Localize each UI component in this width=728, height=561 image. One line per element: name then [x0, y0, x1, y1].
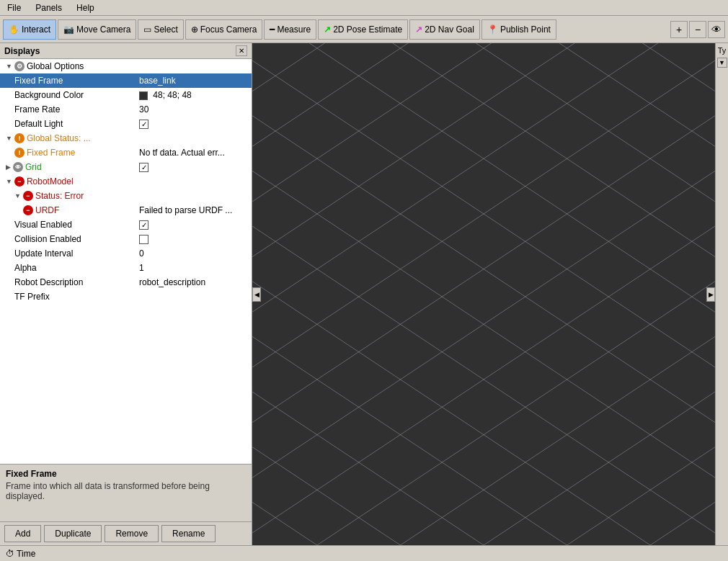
robot-description-value: robot_description: [136, 277, 252, 287]
tree-row-status-error[interactable]: ▼ − Status: Error: [0, 189, 252, 203]
global-options-label: Global Options: [27, 61, 252, 71]
select-label: Select: [154, 24, 177, 35]
alpha-value: 1: [136, 263, 252, 273]
grid-checkbox[interactable]: ✓: [139, 163, 148, 172]
info-title: Fixed Frame: [6, 469, 246, 479]
urdf-label: URDF: [35, 205, 136, 215]
duplicate-button[interactable]: Duplicate: [44, 525, 102, 542]
publish-point-button[interactable]: 📍 Publish Point: [481, 19, 556, 40]
pose-icon: ↗: [324, 24, 331, 35]
remove-button[interactable]: Remove: [105, 525, 159, 542]
tree-row-default-light[interactable]: Default Light ✓: [0, 117, 252, 131]
interact-button[interactable]: ✋ Interact: [3, 19, 56, 40]
collision-enabled-label: Collision Enabled: [14, 234, 136, 244]
measure-label: Measure: [277, 24, 311, 35]
tree-row-robot-description[interactable]: Robot Description robot_description: [0, 275, 252, 290]
displays-header: Displays ✕: [0, 43, 252, 59]
tree-row-fixed-frame[interactable]: Fixed Frame base_link: [0, 73, 252, 88]
warning-icon-global-status: !: [14, 133, 25, 143]
status-time-label: ⏱ Time: [6, 549, 35, 559]
gear-icon-global-options: ⚙: [14, 61, 25, 71]
menu-bar: File Panels Help: [0, 0, 728, 16]
select-button[interactable]: ▭ Select: [138, 19, 183, 40]
displays-close-button[interactable]: ✕: [236, 45, 247, 56]
status-bar: ⏱ Time: [0, 545, 728, 561]
default-light-checkbox[interactable]: ✓: [139, 120, 148, 129]
nav-icon: ↗: [415, 24, 422, 35]
add-button[interactable]: Add: [4, 525, 41, 542]
view-button[interactable]: 👁: [708, 21, 725, 38]
eye-icon-grid: 👁: [13, 162, 23, 172]
zoom-in-button[interactable]: +: [670, 21, 688, 38]
move-camera-label: Move Camera: [76, 24, 130, 35]
info-text: Frame into which all data is transformed…: [6, 481, 246, 501]
rename-button[interactable]: Rename: [161, 525, 216, 542]
expand-arrow-grid: ▶: [6, 163, 11, 171]
robot-description-label: Robot Description: [14, 277, 136, 287]
viewport[interactable]: [252, 43, 715, 545]
2d-pose-button[interactable]: ↗ 2D Pose Estimate: [318, 19, 408, 40]
2d-nav-button[interactable]: ↗ 2D Nav Goal: [409, 19, 480, 40]
select-icon: ▭: [143, 24, 151, 35]
grid-canvas: [252, 43, 715, 545]
toolbar: ✋ Interact 📷 Move Camera ▭ Select ⊕ Focu…: [0, 16, 728, 43]
focus-camera-button[interactable]: ⊕ Focus Camera: [185, 19, 263, 40]
tree-row-urdf[interactable]: − URDF Failed to parse URDF ...: [0, 203, 252, 217]
visual-enabled-value: ✓: [136, 220, 252, 230]
tree-row-grid[interactable]: ▶ 👁 Grid ✓: [0, 160, 252, 174]
buttons-row: Add Duplicate Remove Rename: [0, 521, 252, 545]
menu-panels[interactable]: Panels: [31, 3, 66, 13]
error-icon-status: −: [23, 191, 33, 201]
move-camera-button[interactable]: 📷 Move Camera: [58, 19, 136, 40]
tree-row-robot-model[interactable]: ▼ − RobotModel: [0, 174, 252, 189]
tree-row-fixed-frame-status[interactable]: ! Fixed Frame No tf data. Actual err...: [0, 145, 252, 160]
error-icon-robot-model: −: [14, 176, 25, 187]
frame-rate-value: 30: [136, 104, 252, 115]
tree-row-global-options[interactable]: ▼ ⚙ Global Options: [0, 59, 252, 73]
collapse-right-button[interactable]: ▶: [706, 287, 715, 302]
info-panel: Fixed Frame Frame into which all data is…: [0, 464, 252, 521]
fixed-frame-status-value: No tf data. Actual err...: [136, 148, 252, 158]
tf-prefix-label: TF Prefix: [14, 292, 136, 302]
camera-icon: 📷: [63, 24, 74, 35]
grid-value: ✓: [136, 162, 252, 172]
publish-point-label: Publish Point: [500, 24, 551, 35]
pin-icon: 📍: [487, 24, 498, 35]
alpha-label: Alpha: [14, 263, 136, 273]
warning-icon-fixed-frame: !: [14, 148, 25, 158]
tree-row-global-status[interactable]: ▼ ! Global Status: ...: [0, 131, 252, 145]
measure-button[interactable]: ━ Measure: [264, 19, 316, 40]
background-color-label: Background Color: [14, 90, 136, 100]
default-light-label: Default Light: [14, 119, 136, 129]
update-interval-value: 0: [136, 248, 252, 259]
visual-enabled-label: Visual Enabled: [14, 220, 136, 230]
urdf-value: Failed to parse URDF ...: [136, 205, 252, 215]
tree-row-visual-enabled[interactable]: Visual Enabled ✓: [0, 217, 252, 232]
collision-enabled-value: [136, 234, 252, 244]
collapse-left-button[interactable]: ◀: [252, 287, 261, 302]
toolbar-right: + − 👁: [670, 21, 725, 38]
panel-scroll-down-button[interactable]: ▼: [717, 58, 727, 68]
collision-enabled-checkbox[interactable]: [139, 235, 148, 244]
tree-row-tf-prefix[interactable]: TF Prefix: [0, 290, 252, 304]
tree-row-background-color[interactable]: Background Color 48; 48; 48: [0, 88, 252, 102]
tree-area[interactable]: ▼ ⚙ Global Options Fixed Frame base_link…: [0, 59, 252, 464]
focus-camera-label: Focus Camera: [200, 24, 257, 35]
menu-help[interactable]: Help: [72, 3, 99, 13]
menu-file[interactable]: File: [3, 3, 25, 13]
zoom-out-button[interactable]: −: [689, 21, 706, 38]
interact-label: Interact: [22, 24, 50, 35]
frame-rate-label: Frame Rate: [14, 104, 136, 115]
grid-label: Grid: [25, 162, 136, 172]
tree-row-collision-enabled[interactable]: Collision Enabled: [0, 232, 252, 246]
status-error-label: Status: Error: [35, 191, 252, 201]
robot-model-label: RobotModel: [27, 176, 252, 187]
focus-icon: ⊕: [191, 24, 198, 35]
fixed-frame-status-label: Fixed Frame: [27, 148, 136, 158]
tree-row-alpha[interactable]: Alpha 1: [0, 261, 252, 275]
visual-enabled-checkbox[interactable]: ✓: [139, 220, 148, 230]
global-status-label: Global Status: ...: [27, 133, 252, 143]
tree-row-update-interval[interactable]: Update Interval 0: [0, 246, 252, 261]
tree-row-frame-rate[interactable]: Frame Rate 30: [0, 102, 252, 117]
right-panel: Ty ▼: [715, 43, 728, 545]
